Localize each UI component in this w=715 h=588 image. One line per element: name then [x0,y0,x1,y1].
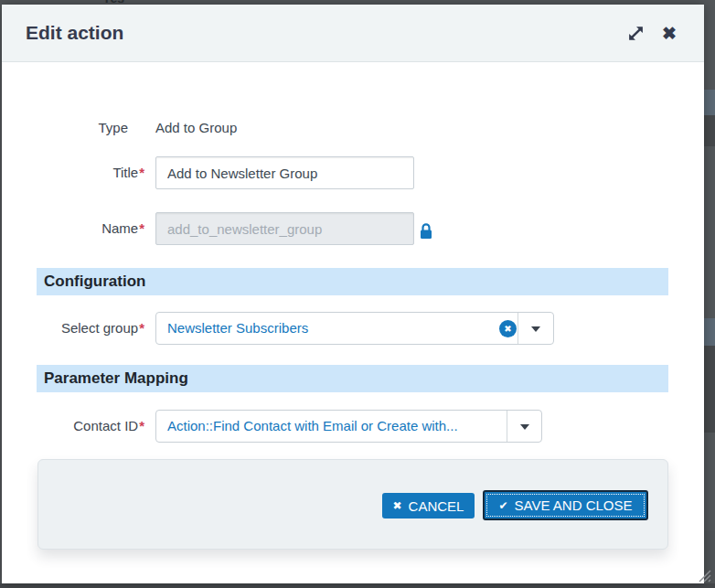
expand-icon[interactable] [624,23,646,45]
title-input[interactable] [155,156,414,189]
select-group-field-label: Select group* [2,312,144,345]
chevron-down-icon[interactable] [520,424,529,430]
background-row-band [704,346,715,433]
background-page-bottom-sliver [0,583,715,588]
dialog-title: Edit action [26,5,123,61]
select-group-selected-value: Newsletter Subscribers [167,313,308,344]
parameter-mapping-section-title: Parameter Mapping [37,365,668,392]
cancel-button-label: CANCEL [409,498,464,514]
dialog-header: Edit action ✖ [2,5,704,62]
edit-action-dialog: Edit action ✖ Type Add to Group [2,5,704,583]
type-field-value: Add to Group [155,118,237,138]
contact-id-field-label: Contact ID* [2,410,144,443]
background-row-band [704,90,715,115]
save-and-close-button[interactable]: ✔ SAVE AND CLOSE [483,490,648,520]
configuration-section-header: Configuration [37,268,668,295]
clear-selection-icon[interactable]: ✖ [499,320,517,337]
dialog-header-controls: ✖ [624,5,680,62]
name-field-label: Name* [2,212,144,245]
type-field-label: Type [2,118,128,138]
required-marker: * [139,165,144,180]
cancel-x-icon: ✖ [393,500,402,511]
chevron-down-icon[interactable] [531,326,540,332]
cancel-button[interactable]: ✖ CANCEL [382,493,475,519]
contact-id-selected-value: Action::Find Contact with Email or Creat… [167,411,458,442]
parameter-mapping-section-header: Parameter Mapping [37,365,668,392]
combobox-divider [518,313,518,344]
combobox-divider [507,411,507,442]
background-row-band [704,318,715,346]
title-field-label: Title* [2,156,144,189]
contact-id-dropdown[interactable]: Action::Find Contact with Email or Creat… [155,410,542,443]
background-row-band [704,115,715,146]
required-marker: * [139,220,144,236]
configuration-section-title: Configuration [37,268,668,295]
save-check-icon: ✔ [499,500,508,511]
close-icon[interactable]: ✖ [658,23,680,45]
name-input [155,212,414,245]
lock-icon [419,222,433,244]
background-page-right-sliver [704,0,715,588]
dimmed-background-page: Yes Edit action ✖ [0,0,715,588]
required-marker: * [139,320,144,336]
save-and-close-button-label: SAVE AND CLOSE [515,497,633,513]
resize-grip[interactable] [694,565,712,583]
select-group-combobox[interactable]: Newsletter Subscribers ✖ [155,312,554,345]
required-marker: * [139,418,144,433]
